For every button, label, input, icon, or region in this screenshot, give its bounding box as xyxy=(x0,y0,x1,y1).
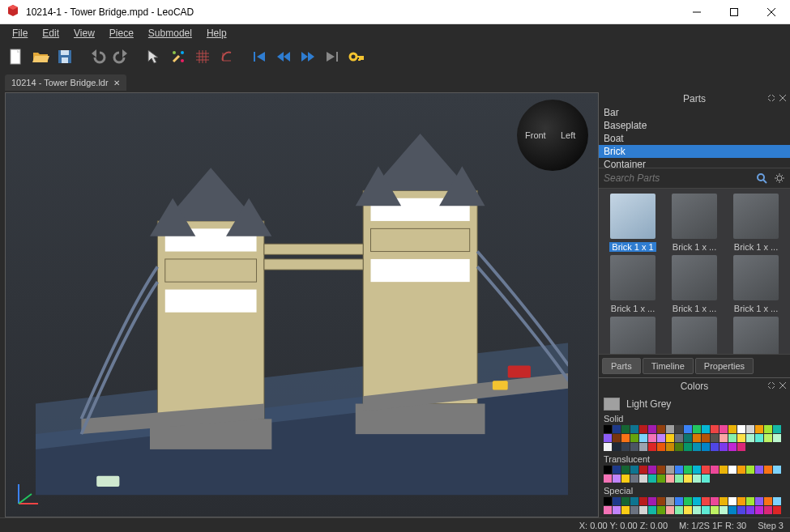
view-cube[interactable]: Front Left xyxy=(517,100,588,171)
color-swatch[interactable] xyxy=(639,443,647,451)
color-swatch[interactable] xyxy=(702,466,710,474)
color-swatch[interactable] xyxy=(755,506,763,514)
color-swatch[interactable] xyxy=(613,434,621,442)
color-swatch[interactable] xyxy=(773,425,781,433)
color-swatch[interactable] xyxy=(639,466,647,474)
color-swatch[interactable] xyxy=(711,425,719,433)
color-swatch[interactable] xyxy=(764,497,772,505)
color-swatch[interactable] xyxy=(684,497,692,505)
color-swatch[interactable] xyxy=(720,425,728,433)
color-swatch[interactable] xyxy=(728,443,737,451)
color-swatch[interactable] xyxy=(648,475,656,483)
color-swatch[interactable] xyxy=(621,506,630,514)
color-swatch[interactable] xyxy=(728,425,737,433)
color-swatch[interactable] xyxy=(613,466,621,474)
color-swatch[interactable] xyxy=(621,425,630,433)
menu-view[interactable]: View xyxy=(66,26,102,40)
color-swatch[interactable] xyxy=(657,475,665,483)
new-file-icon[interactable] xyxy=(5,45,28,68)
color-swatch[interactable] xyxy=(720,443,728,451)
color-swatch[interactable] xyxy=(666,466,674,474)
color-swatch[interactable] xyxy=(693,466,701,474)
axis-gizmo[interactable] xyxy=(12,478,45,510)
close-panel-icon[interactable] xyxy=(779,93,787,104)
menu-submodel[interactable]: Submodel xyxy=(141,26,199,40)
color-swatch[interactable] xyxy=(746,434,754,442)
color-swatch[interactable] xyxy=(630,443,638,451)
color-swatch[interactable] xyxy=(711,443,719,451)
color-swatch[interactable] xyxy=(737,506,745,514)
parts-category-list[interactable]: Bar Baseplate Boat Brick Container xyxy=(599,106,790,168)
category-item[interactable]: Brick xyxy=(599,145,790,158)
color-swatch[interactable] xyxy=(648,506,656,514)
tab-parts[interactable]: Parts xyxy=(602,358,641,374)
color-swatch[interactable] xyxy=(693,434,701,442)
color-swatch[interactable] xyxy=(711,434,719,442)
color-swatch[interactable] xyxy=(613,475,621,483)
color-swatch[interactable] xyxy=(666,497,674,505)
color-swatch[interactable] xyxy=(666,443,674,451)
tab-properties[interactable]: Properties xyxy=(695,358,754,374)
color-swatch[interactable] xyxy=(675,466,683,474)
color-swatch[interactable] xyxy=(720,497,728,505)
color-swatch[interactable] xyxy=(684,434,692,442)
color-swatch[interactable] xyxy=(720,466,728,474)
color-swatch[interactable] xyxy=(728,497,737,505)
close-button[interactable] xyxy=(753,0,790,24)
color-swatch[interactable] xyxy=(737,466,745,474)
color-swatch[interactable] xyxy=(773,497,781,505)
color-swatch[interactable] xyxy=(728,434,737,442)
category-item[interactable]: Baseplate xyxy=(599,119,790,132)
color-swatch[interactable] xyxy=(764,506,772,514)
color-swatch[interactable] xyxy=(773,506,781,514)
color-swatch[interactable] xyxy=(604,506,612,514)
open-file-icon[interactable] xyxy=(29,45,52,68)
menu-edit[interactable]: Edit xyxy=(35,26,66,40)
color-swatch[interactable] xyxy=(720,506,728,514)
color-swatch[interactable] xyxy=(755,466,763,474)
viewport-3d[interactable]: Front Left xyxy=(5,92,599,517)
part-item[interactable] xyxy=(727,317,785,354)
color-swatch[interactable] xyxy=(675,443,683,451)
color-swatch[interactable] xyxy=(764,466,772,474)
color-swatch[interactable] xyxy=(720,434,728,442)
color-swatch[interactable] xyxy=(746,466,754,474)
color-swatch[interactable] xyxy=(755,497,763,505)
document-tab[interactable]: 10214 - Tower Bridge.ldr ✕ xyxy=(5,74,126,91)
color-swatch[interactable] xyxy=(657,466,665,474)
part-item[interactable]: Brick 1 x ... xyxy=(665,255,724,313)
expand-panel-icon[interactable] xyxy=(767,381,775,392)
color-swatch[interactable] xyxy=(648,443,656,451)
part-item[interactable]: Brick 1 x ... xyxy=(727,255,785,313)
color-swatch[interactable] xyxy=(684,443,692,451)
part-item[interactable]: Brick 1 x ... xyxy=(727,194,785,252)
color-swatch[interactable] xyxy=(657,443,665,451)
color-swatch[interactable] xyxy=(746,497,754,505)
color-swatch[interactable] xyxy=(746,425,754,433)
color-swatch[interactable] xyxy=(639,475,647,483)
color-swatch[interactable] xyxy=(648,425,656,433)
color-swatch[interactable] xyxy=(630,497,638,505)
color-swatch[interactable] xyxy=(693,425,701,433)
prev-step-icon[interactable] xyxy=(272,45,295,68)
close-tab-icon[interactable]: ✕ xyxy=(113,79,120,87)
settings-icon[interactable] xyxy=(772,171,787,185)
color-swatch[interactable] xyxy=(639,506,647,514)
color-swatch[interactable] xyxy=(755,425,763,433)
save-file-icon[interactable] xyxy=(53,45,76,68)
color-swatch[interactable] xyxy=(702,475,710,483)
part-item[interactable]: Brick 1 x ... xyxy=(665,194,724,252)
snap-angle-icon[interactable] xyxy=(216,45,238,68)
color-swatch[interactable] xyxy=(693,443,701,451)
color-swatch[interactable] xyxy=(604,475,612,483)
color-swatch[interactable] xyxy=(648,466,656,474)
close-panel-icon[interactable] xyxy=(779,381,787,392)
color-swatch[interactable] xyxy=(684,506,692,514)
color-swatch[interactable] xyxy=(630,425,638,433)
color-swatch[interactable] xyxy=(702,506,710,514)
key-icon[interactable] xyxy=(345,45,368,68)
color-swatch[interactable] xyxy=(657,497,665,505)
color-swatch[interactable] xyxy=(621,443,630,451)
color-swatch[interactable] xyxy=(604,434,612,442)
color-swatch[interactable] xyxy=(737,443,745,451)
